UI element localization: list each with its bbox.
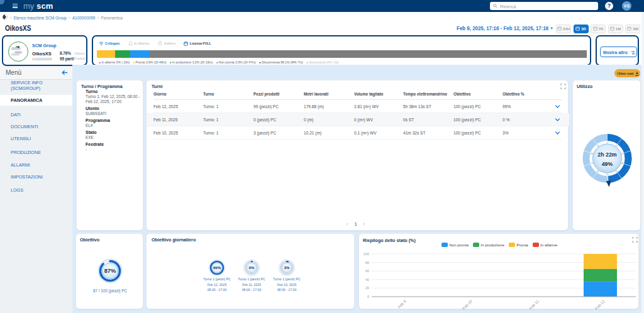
- svg-text:30: 30: [621, 162, 624, 165]
- svg-text:99%: 99%: [213, 266, 221, 270]
- svg-text:0%: 0%: [249, 266, 255, 270]
- svg-text:20: 20: [621, 153, 624, 155]
- svg-text:100: 100: [364, 252, 369, 256]
- svg-text:Feb 12, 2025: Feb 12, 2025: [208, 283, 227, 287]
- svg-text:49%: 49%: [602, 161, 613, 167]
- svg-text:08:00 - 17:00: 08:00 - 17:00: [242, 288, 262, 292]
- svg-text:Feb 11, 2025: Feb 11, 2025: [242, 283, 261, 287]
- svg-text:Feb 9: Feb 9: [397, 299, 408, 309]
- svg-text:2h 22m: 2h 22m: [597, 151, 616, 158]
- svg-text:08:00 - 17:00: 08:00 - 17:00: [208, 288, 227, 292]
- svg-text:Turno 1 (pezzi) PC: Turno 1 (pezzi) PC: [203, 277, 231, 281]
- svg-text:Feb 10: Feb 10: [462, 299, 473, 310]
- svg-text:40: 40: [616, 170, 618, 173]
- svg-text:80: 80: [365, 261, 369, 265]
- svg-text:80: 80: [591, 153, 594, 155]
- svg-text:Feb 10, 2025: Feb 10, 2025: [277, 283, 297, 287]
- svg-text:Turno 1 (pezzi) PC: Turno 1 (pezzi) PC: [273, 277, 301, 281]
- svg-text:87%: 87%: [104, 268, 116, 274]
- svg-text:60: 60: [365, 269, 369, 273]
- svg-text:0: 0: [607, 141, 608, 144]
- svg-text:50: 50: [606, 173, 609, 176]
- svg-text:60: 60: [597, 170, 599, 173]
- svg-text:08:00 - 17:00: 08:00 - 17:00: [277, 288, 297, 292]
- svg-text:3%: 3%: [284, 266, 290, 270]
- svg-text:20: 20: [365, 286, 369, 290]
- svg-text:40: 40: [365, 278, 369, 282]
- svg-text:Feb 11: Feb 11: [529, 299, 540, 310]
- svg-text:70: 70: [591, 162, 594, 165]
- svg-text:Feb 12: Feb 12: [594, 299, 606, 310]
- svg-text:Turno 1 (pezzi) PC: Turno 1 (pezzi) PC: [238, 277, 265, 281]
- svg-text:0: 0: [367, 295, 369, 299]
